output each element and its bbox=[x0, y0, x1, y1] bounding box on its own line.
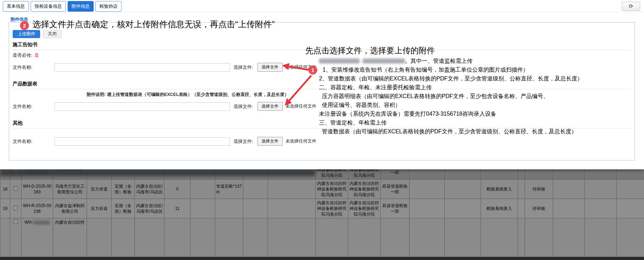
cell-note: 管道定检*137m bbox=[215, 180, 243, 199]
tab-attachment-info[interactable]: 附件信息 bbox=[68, 1, 94, 12]
row-checkbox[interactable] bbox=[13, 206, 18, 210]
refresh-icon: ⟳ bbox=[629, 3, 633, 10]
tab-bar: 基本信息 报检设备信息 附件信息 检验协议 bbox=[0, 0, 644, 12]
close-button[interactable]: 关闭 bbox=[43, 30, 62, 38]
file-row-other: 文件名称: 选择文件: 选择文件 未选择任何文件 bbox=[13, 137, 631, 146]
row-checkbox[interactable] bbox=[13, 186, 18, 191]
cell-company: 乌海市兰亚化工有限责任公司 bbox=[53, 180, 87, 199]
cell-company: 内蒙古自治区特 bbox=[53, 218, 87, 257]
tab-equipment-info[interactable]: 报检设备信息 bbox=[31, 1, 66, 12]
annotation-note-line: 2、管道数据表（由可编辑的EXCEL表格转换的PDF文件，至少含管道级别、公称直… bbox=[319, 74, 583, 83]
background-page: 内蒙古自治区特种设备检验研究院乌海分院 内蒙古自治区特种设备检验研究院乌海分院 … bbox=[0, 169, 644, 260]
cell-region: 内蒙古自治区/乌海市/乌达区 bbox=[135, 199, 164, 218]
cell-count: 11 bbox=[164, 199, 190, 218]
annotation-note-line: 二、容器定检、年检、未注册委托检验需上传 bbox=[319, 83, 583, 92]
page-bottom-bar bbox=[0, 257, 644, 260]
cell-inspection-org: 内蒙古自治区特种设备检验研究院乌海分院 bbox=[348, 180, 381, 199]
filename-label: 文件名称: bbox=[13, 138, 55, 145]
redacted-text bbox=[33, 221, 50, 224]
choose-file-label: 选择文件: bbox=[233, 103, 253, 110]
cell-status: 待审核 bbox=[525, 199, 553, 218]
refresh-button[interactable]: ⟳ bbox=[622, 2, 640, 11]
redacted-text bbox=[363, 59, 405, 64]
redacted-text bbox=[319, 59, 359, 64]
tab-basic-info[interactable]: 基本信息 bbox=[3, 1, 29, 12]
cell-department: 容器管道检验一部 bbox=[381, 199, 409, 218]
panel-actions: 上传附件 关闭 bbox=[13, 30, 631, 38]
table-row: 18 WH-D-2025-00163 乌海市兰亚化工有限责任公司 压力管道 定期… bbox=[0, 180, 644, 199]
cell-source: 检验系统录入 bbox=[481, 199, 518, 218]
tab-inspection-agreement[interactable]: 检验协议 bbox=[95, 1, 121, 12]
annotation-notes: 。其中一、管道监检需上传 1、安装维修改造告知书（右上角有告知编号，加盖施工单位… bbox=[319, 56, 583, 136]
cell-count: 0 bbox=[164, 180, 190, 199]
choose-file-button-other[interactable]: 选择文件 bbox=[257, 137, 283, 146]
filename-input-product-datasheet[interactable] bbox=[55, 102, 230, 111]
filename-input-other[interactable] bbox=[55, 137, 230, 146]
annotation-step2-text: 选择文件并点击确定，核对上传附件信息无误，再点击“上传附件” bbox=[32, 19, 275, 30]
cell-seq: 19 bbox=[0, 199, 10, 218]
cell-company: 内蒙古益泽制药有限公司 bbox=[53, 199, 87, 218]
annotation-note-line: 未注册设备（系统内无在库设备）需要先打0473-3156718咨询录入设备 bbox=[319, 109, 583, 118]
cell-inspection-org: 内蒙古自治区特种设备检验研究院乌海分院 bbox=[348, 169, 381, 180]
cell-code: WH- bbox=[21, 218, 53, 257]
annotation-note-line: 管道数据表（由可编辑的EXCEL表格转换的PDF文件，至少含管道级别、公称直径、… bbox=[319, 127, 583, 136]
attachment-modal: 基本信息 报检设备信息 附件信息 检验协议 ⟳ 附件信息 上传附件 关闭 施工告… bbox=[0, 0, 644, 169]
background-table: 内蒙古自治区特种设备检验研究院乌海分院 内蒙古自治区特种设备检验研究院乌海分院 … bbox=[0, 169, 644, 257]
filename-input-construction-notice[interactable] bbox=[55, 63, 230, 72]
annotation-note-line: 使用证编号、容器类别、容积） bbox=[319, 101, 583, 109]
annotation-step1-badge: 1 bbox=[308, 66, 317, 74]
cell-code: WH-R-2025-00236 bbox=[21, 199, 53, 218]
annotation-note-line: 。其中一、管道监检需上传 bbox=[319, 56, 583, 65]
choose-file-label: 选择文件: bbox=[233, 64, 253, 71]
cell-inspection-org: 内蒙古自治区特种设备检验研究院乌海分院 bbox=[316, 180, 348, 199]
cell-inspection-org: 内蒙古自治区特种设备检验研究院乌海分院 bbox=[316, 169, 348, 180]
annotation-note-line: 三、管道定检、年检需上传 bbox=[319, 118, 583, 127]
cell-region: 内蒙古自治区/乌海市/乌达区 bbox=[135, 180, 164, 199]
annotation-step1-heading: 先点击选择文件，选择要上传的附件 bbox=[305, 45, 435, 56]
annotation-step2-badge: 2 bbox=[20, 21, 29, 30]
cell-equipment-type: 压力管道 bbox=[87, 180, 112, 199]
choose-file-label: 选择文件: bbox=[233, 138, 253, 145]
cell-source: 检验系统录入 bbox=[481, 180, 518, 199]
required-label: 是否必传: bbox=[13, 53, 32, 58]
cell-inspection-org: 内蒙古自治区特种设备检验研究院乌海分院 bbox=[316, 199, 348, 218]
annotation-note-line: 1、安装维修改造告知书（右上角有告知编号，加盖施工单位公章的图片或扫描件） bbox=[319, 65, 583, 74]
required-value: 是 bbox=[35, 53, 39, 58]
table-row: 19 WH-R-2025-00236 内蒙古益泽制药有限公司 压力容器 定期（全… bbox=[0, 199, 644, 218]
cell-code: WH-D-2025-00163 bbox=[21, 180, 53, 199]
no-file-selected-text: 未选择任何文件 bbox=[286, 138, 317, 144]
cell-inspection-type: 定期（全面）检验 bbox=[112, 180, 135, 199]
cell-seq: 18 bbox=[0, 180, 10, 199]
cell-note bbox=[215, 199, 243, 218]
row-checkbox[interactable] bbox=[13, 219, 18, 224]
cell-department: 容器管道检验一部 bbox=[381, 180, 409, 199]
redacted-row-blur bbox=[0, 170, 315, 176]
annotation-note-line: 压力容器明细表（由可编辑的EXCEL表格转换的PDF文件，至少包含设备名称、产品… bbox=[319, 92, 583, 101]
cell-equipment-type: 压力容器 bbox=[87, 199, 112, 218]
filename-label: 文件名称: bbox=[13, 64, 55, 71]
cell-status: 待审核 bbox=[525, 180, 553, 199]
cell-inspection-type: 定期（全面）检验 bbox=[112, 199, 135, 218]
cell-inspection-org: 内蒙古自治区特种设备检验研究院乌海分院 bbox=[348, 199, 381, 218]
filename-label: 文件名称: bbox=[13, 103, 55, 110]
cell-department: 容器管道检验一部 bbox=[381, 169, 409, 180]
table-row-partial-bottom: WH- 内蒙古自治区特 bbox=[0, 218, 644, 257]
upload-attachment-button[interactable]: 上传附件 bbox=[13, 30, 40, 38]
